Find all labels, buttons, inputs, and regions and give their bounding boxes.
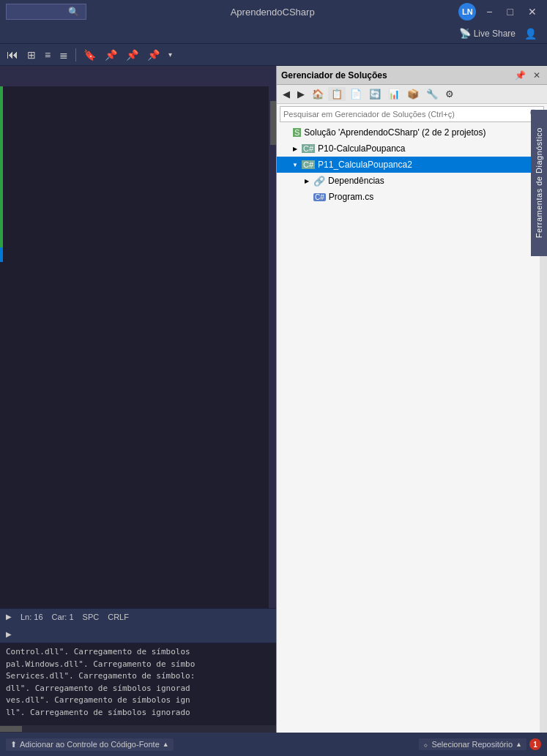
app-title: AprendendoCSharp [231, 7, 315, 18]
live-share-bar: 📡 Live Share 👤 [0, 23, 547, 44]
status-col: Car: 1 [52, 613, 74, 621]
live-share-label: Live Share [474, 29, 516, 39]
arrow-up-icon-2: ▲ [516, 741, 522, 748]
se-toolbar: ◀ ▶ 🏠 📋 📄 🔄 📊 📦 🔧 ⚙ [277, 85, 547, 104]
se-arrow-deps: ▶ [303, 178, 310, 184]
account-icon[interactable]: 👤 [520, 26, 541, 41]
status-line: Ln: 16 [21, 613, 43, 621]
title-bar: 🔍 AprendendoCSharp LN − □ ✕ [0, 0, 547, 23]
se-icon-deps: 🔗 [313, 176, 325, 187]
se-close-btn[interactable]: ✕ [531, 70, 543, 81]
status-spc: SPC [83, 613, 100, 621]
live-share-icon: 📡 [459, 28, 471, 39]
maximize-button[interactable]: □ [503, 4, 518, 19]
se-icon-p10: C# [302, 144, 315, 153]
se-add-btn[interactable]: 📋 [328, 87, 346, 101]
select-repo-btn[interactable]: ⬦ Selecionar Repositório ▲ [419, 738, 526, 750]
toolbar-dropdown-btn[interactable]: ▾ [165, 49, 176, 60]
status-triangle: ▶ [6, 613, 12, 621]
se-label-program: Program.cs [329, 192, 373, 202]
se-icon-p11: C# [302, 160, 315, 169]
minimize-button[interactable]: − [482, 4, 496, 19]
bottom-bar: ⬆ Adicionar ao Controle do Código-Fonte … [0, 733, 547, 756]
diag-sidebar-label: Ferramentas de Diagnóstico [535, 127, 543, 238]
se-vertical-scrollbar[interactable] [540, 179, 547, 756]
toolbar-sep-1 [75, 48, 76, 61]
live-share-button[interactable]: 📡 Live Share [455, 26, 520, 40]
toolbar-indent-btn[interactable]: ≡ [41, 48, 54, 62]
se-search-input[interactable] [283, 110, 529, 119]
notification-badge: 1 [529, 738, 541, 750]
toolbar-back-btn[interactable]: ⏮ [3, 47, 22, 63]
arrow-up-icon: ▲ [163, 741, 169, 748]
se-home-btn[interactable]: 🏠 [309, 87, 327, 101]
search-icon: 🔍 [68, 7, 79, 17]
toolbar-pin1-btn[interactable]: 📌 [101, 48, 121, 62]
se-tree-item-deps[interactable]: ▶ 🔗 Dependências [277, 173, 547, 189]
editor-area [0, 66, 276, 608]
search-box[interactable]: 🔍 [6, 4, 86, 20]
upload-icon: ⬆ [10, 740, 17, 749]
editor-tabs [0, 66, 276, 86]
se-refresh-btn[interactable]: 🔄 [366, 87, 384, 101]
se-header-btns: 📌 ✕ [513, 70, 543, 81]
se-tree-item-program[interactable]: C# Program.cs [277, 189, 547, 205]
se-tree: S Solução 'AprendendoCSharp' (2 de 2 pro… [277, 124, 547, 756]
se-label-p10: P10-CalculaPoupanca [318, 143, 405, 154]
se-header: Gerenciador de Soluções 📌 ✕ [277, 66, 547, 85]
se-arrow-p11: ▼ [291, 162, 299, 168]
toolbar-grid-btn[interactable]: ⊞ [23, 48, 40, 62]
se-pkg-btn[interactable]: 📦 [404, 87, 422, 101]
se-label-solution: Solução 'AprendendoCSharp' (2 de 2 proje… [304, 127, 485, 138]
bottom-bar-left: ⬆ Adicionar ao Controle do Código-Fonte … [6, 738, 174, 751]
se-tree-item-p10[interactable]: ▶ C# P10-CalculaPoupanca [277, 141, 547, 157]
se-forward-btn[interactable]: ▶ [294, 87, 308, 101]
search-input[interactable] [10, 7, 68, 16]
toolbar-pin2-btn[interactable]: 📌 [122, 48, 142, 62]
solution-explorer: Gerenciador de Soluções 📌 ✕ ◀ ▶ 🏠 📋 📄 🔄 … [276, 66, 547, 756]
title-bar-right: LN − □ ✕ [458, 3, 541, 20]
se-wrench-btn[interactable]: 🔧 [423, 87, 441, 101]
toolbar-outdent-btn[interactable]: ≣ [56, 48, 72, 62]
select-repo-label: Selecionar Repositório [431, 740, 513, 749]
status-arrow-icon: ▶ [6, 613, 12, 621]
editor-content[interactable] [0, 86, 276, 608]
output-panel-header-left: ▶ [6, 630, 12, 638]
main-toolbar: ⏮ ⊞ ≡ ≣ 🔖 📌 📌 📌 ▾ [0, 44, 547, 66]
se-back-btn[interactable]: ◀ [280, 87, 293, 101]
se-search-box[interactable]: 🔍 [280, 106, 544, 122]
blue-change-indicator [0, 247, 3, 262]
se-icon-program: C# [313, 193, 326, 201]
se-icon-solution: S [293, 128, 301, 137]
add-to-source-control-btn[interactable]: ⬆ Adicionar ao Controle do Código-Fonte … [6, 738, 174, 751]
se-tree-item-p11[interactable]: ▼ C# P11_CalculaPoupanca2 [277, 157, 547, 173]
avatar: LN [458, 3, 476, 20]
close-button[interactable]: ✕ [524, 4, 541, 19]
green-change-indicator [0, 86, 3, 247]
se-chart-btn[interactable]: 📊 [385, 87, 403, 101]
se-tree-item-solution[interactable]: S Solução 'AprendendoCSharp' (2 de 2 pro… [277, 124, 547, 141]
add-to-control-label: Adicionar ao Controle do Código-Fonte [20, 740, 160, 749]
output-h-scrollbar-thumb[interactable] [0, 726, 22, 732]
se-pin-btn[interactable]: 📌 [513, 70, 528, 81]
title-bar-left: 🔍 [6, 4, 86, 20]
bottom-bar-right: ⬦ Selecionar Repositório ▲ 1 [419, 738, 541, 750]
editor-scrollbar-thumb[interactable] [270, 101, 276, 145]
toolbar-bookmark-btn[interactable]: 🔖 [80, 48, 100, 62]
se-file-btn[interactable]: 📄 [347, 87, 365, 101]
repo-icon: ⬦ [423, 740, 428, 749]
se-arrow-p10: ▶ [291, 146, 299, 152]
editor-vertical-scrollbar[interactable] [269, 86, 276, 608]
diagnostic-tools-sidebar[interactable]: Ferramentas de Diagnóstico [531, 110, 547, 256]
se-gear-btn[interactable]: ⚙ [442, 87, 457, 101]
se-label-deps: Dependências [328, 176, 384, 186]
status-crlf: CRLF [108, 613, 129, 621]
se-title: Gerenciador de Soluções [281, 70, 387, 81]
se-label-p11: P11_CalculaPoupanca2 [318, 160, 412, 170]
toolbar-pin3-btn[interactable]: 📌 [144, 48, 163, 62]
output-expand-icon[interactable]: ▶ [6, 630, 12, 638]
